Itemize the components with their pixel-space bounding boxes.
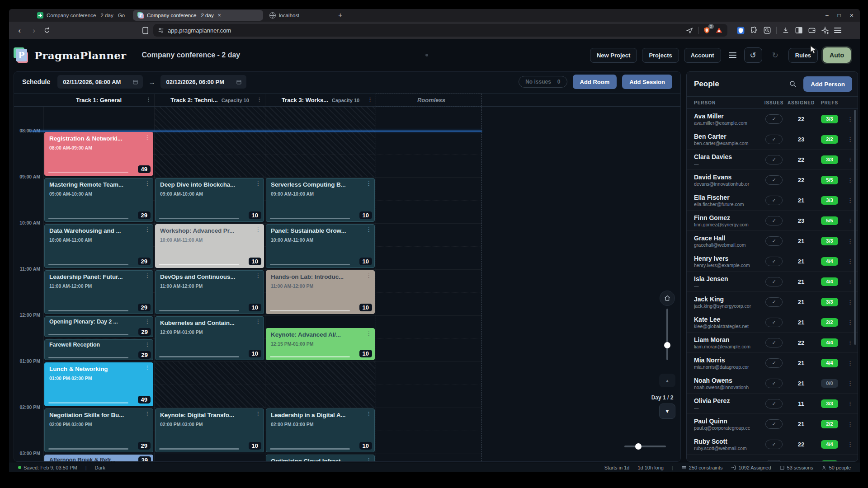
session-menu-button[interactable]: ⋮ (145, 272, 150, 279)
session-menu-button[interactable]: ⋮ (145, 319, 150, 325)
issues-check-pill[interactable]: ✓ (765, 175, 783, 185)
extensions-icon[interactable] (750, 26, 758, 34)
person-row[interactable]: Paul Quinnpaul.q@corporategroup.cc✓212/2… (687, 414, 858, 434)
window-close-button[interactable]: × (850, 12, 854, 19)
session-menu-button[interactable]: ⋮ (366, 226, 372, 233)
session-card[interactable]: Registration & Networki...⋮08:00 AM-09:0… (44, 132, 153, 176)
session-menu-button[interactable]: ⋮ (145, 342, 150, 348)
person-row[interactable]: David Evansdevans@innovationhub.or✓225/5… (687, 170, 858, 190)
issues-check-pill[interactable]: ✓ (765, 257, 783, 266)
add-session-button[interactable]: Add Session (622, 75, 672, 89)
track-menu-button[interactable]: ⋮ (256, 96, 262, 103)
session-card[interactable]: Kubernetes and Contain...⋮12:00 PM-01:00… (155, 316, 264, 360)
browser-menu-button[interactable] (834, 28, 841, 33)
issues-check-pill[interactable]: ✓ (765, 155, 783, 164)
person-menu-button[interactable]: ⋮ (844, 217, 853, 224)
session-card[interactable]: Afternoon Break & Refr...⋮39 (44, 455, 153, 461)
app-menu-button[interactable] (729, 52, 736, 58)
redo-button[interactable]: ↻ (767, 47, 783, 63)
search-icon[interactable] (789, 80, 797, 88)
schedule-end-input[interactable]: 02/12/2026, 06:00 PM (160, 75, 246, 89)
home-view-button[interactable] (660, 291, 675, 306)
undo-button[interactable]: ↺ (744, 47, 762, 63)
issues-check-pill[interactable]: ✓ (765, 196, 783, 205)
person-menu-button[interactable]: ⋮ (844, 299, 853, 305)
browser-tab-1[interactable]: Company conference - 2 day - Go (33, 10, 131, 21)
person-row[interactable]: Olivia Perez—✓113/3⋮ (687, 394, 858, 414)
session-menu-button[interactable]: ⋮ (255, 319, 261, 325)
issues-check-pill[interactable]: ✓ (765, 379, 783, 388)
issues-check-pill[interactable]: ✓ (765, 236, 783, 246)
session-card[interactable]: Opening Plenary: Day 2 ...⋮29 (44, 316, 153, 337)
person-menu-button[interactable]: ⋮ (844, 360, 853, 366)
brave-shield-button[interactable]: 2 (703, 26, 711, 34)
session-card[interactable]: DevOps and Continuous...⋮11:00 AM-12:00 … (155, 270, 264, 314)
person-menu-button[interactable]: ⋮ (844, 461, 853, 462)
person-menu-button[interactable]: ⋮ (844, 258, 853, 265)
search-box-icon[interactable] (763, 26, 771, 34)
reload-button[interactable] (43, 27, 53, 34)
add-room-button[interactable]: Add Room (573, 75, 617, 89)
forward-button[interactable]: › (29, 27, 39, 34)
brave-rewards-icon[interactable] (715, 27, 723, 34)
person-row[interactable]: Ella Fischerella.fischer@future.com✓213/… (687, 190, 858, 211)
account-button[interactable]: Account (684, 48, 721, 63)
browser-tab-3[interactable]: localhost (265, 10, 333, 21)
url-bar[interactable]: app.pragmaplanner.com 2 (153, 24, 727, 37)
issues-check-pill[interactable]: ✓ (765, 440, 783, 449)
person-row[interactable]: Isla Jensen—✓214/4⋮ (687, 272, 858, 292)
person-menu-button[interactable]: ⋮ (844, 177, 853, 183)
person-menu-button[interactable]: ⋮ (844, 116, 853, 122)
session-card[interactable]: Leadership Panel: Futur...⋮11:00 AM-12:0… (44, 270, 153, 314)
track-menu-button[interactable]: ⋮ (367, 96, 373, 103)
person-row[interactable]: Noah Owensnoah.owens@innovationh✓210/0⋮ (687, 373, 858, 394)
person-row[interactable]: Grace Hallgracehall@webmail.com✓213/3⋮ (687, 231, 858, 251)
person-menu-button[interactable]: ⋮ (844, 319, 853, 326)
person-row[interactable]: Kate Leeklee@globalstrategies.net✓212/2⋮ (687, 312, 858, 333)
add-person-button[interactable]: Add Person (803, 76, 852, 92)
issues-check-pill[interactable]: ✓ (765, 216, 783, 225)
session-card[interactable]: Keynote: Digital Transfo...⋮02:00 PM-03:… (155, 408, 264, 452)
sidebar-toggle-icon[interactable] (795, 26, 803, 34)
new-project-button[interactable]: New Project (590, 48, 637, 63)
session-menu-button[interactable]: ⋮ (366, 330, 372, 337)
back-button[interactable]: ‹ (14, 27, 24, 34)
issues-check-pill[interactable]: ✓ (765, 135, 783, 144)
session-menu-button[interactable]: ⋮ (255, 180, 261, 187)
person-row[interactable]: Ava Millerava.miller@example.com✓223/3⋮ (687, 109, 858, 129)
issues-check-pill[interactable]: ✓ (765, 338, 783, 347)
session-menu-button[interactable]: ⋮ (366, 180, 372, 187)
tab-close-icon[interactable]: × (218, 12, 221, 19)
session-menu-button[interactable]: ⋮ (255, 226, 261, 233)
issues-check-pill[interactable]: ✓ (765, 419, 783, 429)
session-menu-button[interactable]: ⋮ (255, 411, 261, 417)
person-row[interactable]: Liam Moranliam.moran@example.com✓224/4⋮ (687, 333, 858, 353)
horizontal-zoom-slider[interactable] (624, 443, 666, 450)
downloads-icon[interactable] (782, 26, 790, 34)
person-row[interactable]: Henry Ivershenry.ivers@example.com✓214/4… (687, 251, 858, 272)
person-menu-button[interactable]: ⋮ (844, 197, 853, 204)
session-card[interactable]: Lunch & Networking⋮01:00 PM-02:00 PM49 (44, 362, 153, 406)
theme-toggle[interactable]: Dark (95, 465, 105, 470)
session-card[interactable]: Panel: Sustainable Grow...⋮10:00 AM-11:0… (266, 224, 375, 268)
password-manager-icon[interactable] (736, 26, 745, 35)
person-row[interactable]: Mia Norrismia.norris@datagroup.cor✓214/4… (687, 353, 858, 373)
session-menu-button[interactable]: ⋮ (145, 365, 150, 371)
person-menu-button[interactable]: ⋮ (844, 339, 853, 346)
person-menu-button[interactable]: ⋮ (844, 421, 853, 427)
session-menu-button[interactable]: ⋮ (366, 411, 372, 417)
person-row[interactable]: Sam Taylor✓227/7⋮ (687, 455, 858, 461)
new-tab-button[interactable]: + (338, 11, 342, 19)
session-card[interactable]: Optimizing Cloud Infrast...⋮ (266, 455, 375, 461)
session-menu-button[interactable]: ⋮ (145, 180, 150, 187)
previous-day-button[interactable]: ▲ (659, 374, 675, 387)
issues-check-pill[interactable]: ✓ (765, 318, 783, 327)
session-menu-button[interactable]: ⋮ (145, 226, 150, 233)
issues-check-pill[interactable]: ✓ (765, 277, 783, 286)
person-menu-button[interactable]: ⋮ (844, 380, 853, 387)
person-menu-button[interactable]: ⋮ (844, 238, 853, 244)
person-row[interactable]: Ben Carterben.carter@example.com✓232/2⋮ (687, 129, 858, 150)
person-menu-button[interactable]: ⋮ (844, 441, 853, 448)
session-card[interactable]: Data Warehousing and ...⋮10:00 AM-11:00 … (44, 224, 153, 268)
window-maximize-button[interactable]: □ (838, 12, 841, 19)
